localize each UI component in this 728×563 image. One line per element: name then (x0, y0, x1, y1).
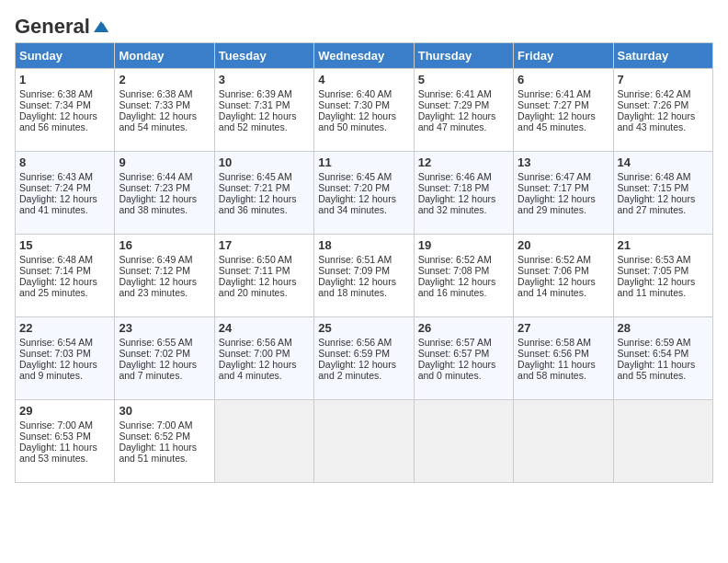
day-info: Sunset: 7:05 PM (618, 265, 709, 276)
day-number: 29 (19, 404, 110, 418)
day-info: Sunset: 7:15 PM (618, 182, 709, 193)
day-info: Sunset: 7:33 PM (119, 99, 210, 110)
day-info: Daylight: 12 hours and 50 minutes. (318, 110, 409, 132)
day-info: Sunrise: 6:57 AM (418, 337, 509, 348)
header: General (15, 15, 713, 35)
day-info: Daylight: 12 hours and 2 minutes. (318, 359, 409, 381)
col-header-monday: Monday (115, 43, 214, 69)
col-header-thursday: Thursday (414, 43, 513, 69)
day-info: Daylight: 12 hours and 11 minutes. (618, 276, 709, 298)
day-number: 19 (418, 238, 509, 252)
day-info: Daylight: 12 hours and 7 minutes. (119, 359, 210, 381)
day-info: Daylight: 12 hours and 16 minutes. (418, 276, 509, 298)
day-number: 14 (618, 155, 709, 169)
day-info: Sunrise: 6:58 AM (518, 337, 609, 348)
calendar-cell (414, 400, 513, 483)
day-info: Daylight: 12 hours and 32 minutes. (418, 193, 509, 215)
calendar-cell (613, 400, 712, 483)
calendar-cell: 15Sunrise: 6:48 AMSunset: 7:14 PMDayligh… (16, 235, 115, 317)
day-info: Sunset: 7:08 PM (418, 265, 509, 276)
day-number: 8 (19, 155, 110, 169)
day-info: Sunrise: 6:55 AM (119, 337, 210, 348)
calendar-cell: 16Sunrise: 6:49 AMSunset: 7:12 PMDayligh… (115, 235, 214, 317)
day-number: 5 (418, 73, 509, 86)
day-info: Daylight: 12 hours and 0 minutes. (418, 359, 509, 381)
day-number: 15 (19, 238, 110, 252)
calendar-cell: 5Sunrise: 6:41 AMSunset: 7:29 PMDaylight… (414, 69, 513, 152)
day-info: Sunrise: 6:48 AM (19, 254, 110, 265)
logo-icon (92, 17, 110, 36)
day-number: 27 (518, 321, 609, 335)
day-number: 7 (618, 73, 709, 86)
day-info: Sunrise: 6:41 AM (418, 88, 509, 99)
week-row-2: 8Sunrise: 6:43 AMSunset: 7:24 PMDaylight… (16, 152, 713, 235)
calendar-cell: 26Sunrise: 6:57 AMSunset: 6:57 PMDayligh… (414, 317, 513, 400)
day-info: Daylight: 12 hours and 38 minutes. (119, 193, 210, 215)
day-number: 1 (19, 73, 110, 86)
day-number: 18 (318, 238, 409, 252)
day-number: 28 (618, 321, 709, 335)
day-number: 12 (418, 155, 509, 169)
day-info: Sunrise: 6:50 AM (219, 254, 310, 265)
day-info: Daylight: 12 hours and 25 minutes. (19, 276, 110, 298)
calendar-cell: 21Sunrise: 6:53 AMSunset: 7:05 PMDayligh… (613, 235, 712, 317)
day-number: 11 (318, 155, 409, 169)
day-number: 30 (119, 404, 210, 418)
day-info: Sunset: 7:23 PM (119, 182, 210, 193)
day-info: Sunrise: 6:47 AM (518, 171, 609, 182)
day-info: Daylight: 12 hours and 4 minutes. (219, 359, 310, 381)
day-info: Sunrise: 6:48 AM (618, 171, 709, 182)
day-info: Daylight: 12 hours and 27 minutes. (618, 193, 709, 215)
calendar-cell: 27Sunrise: 6:58 AMSunset: 6:56 PMDayligh… (514, 317, 613, 400)
week-row-4: 22Sunrise: 6:54 AMSunset: 7:03 PMDayligh… (16, 317, 713, 400)
logo: General (15, 15, 110, 35)
calendar-cell: 19Sunrise: 6:52 AMSunset: 7:08 PMDayligh… (414, 235, 513, 317)
day-info: Sunset: 6:52 PM (119, 431, 210, 442)
day-number: 17 (219, 238, 310, 252)
col-header-friday: Friday (514, 43, 613, 69)
day-info: Daylight: 12 hours and 14 minutes. (518, 276, 609, 298)
day-number: 23 (119, 321, 210, 335)
day-number: 10 (219, 155, 310, 169)
day-number: 20 (518, 238, 609, 252)
day-number: 25 (318, 321, 409, 335)
day-number: 3 (219, 73, 310, 86)
day-info: Sunset: 7:34 PM (19, 99, 110, 110)
day-info: Sunrise: 6:54 AM (19, 337, 110, 348)
day-info: Daylight: 12 hours and 34 minutes. (318, 193, 409, 215)
day-info: Sunset: 6:59 PM (318, 348, 409, 359)
day-info: Sunset: 6:54 PM (618, 348, 709, 359)
day-info: Sunset: 7:29 PM (418, 99, 509, 110)
day-info: Sunrise: 6:39 AM (219, 88, 310, 99)
calendar-cell: 7Sunrise: 6:42 AMSunset: 7:26 PMDaylight… (613, 69, 712, 152)
day-number: 16 (119, 238, 210, 252)
calendar-cell: 4Sunrise: 6:40 AMSunset: 7:30 PMDaylight… (314, 69, 414, 152)
day-info: Daylight: 11 hours and 55 minutes. (618, 359, 709, 381)
calendar-cell: 20Sunrise: 6:52 AMSunset: 7:06 PMDayligh… (514, 235, 613, 317)
day-info: Daylight: 12 hours and 36 minutes. (219, 193, 310, 215)
day-info: Sunrise: 6:59 AM (618, 337, 709, 348)
day-info: Sunset: 7:11 PM (219, 265, 310, 276)
day-info: Sunrise: 6:45 AM (318, 171, 409, 182)
day-info: Sunrise: 6:43 AM (19, 171, 110, 182)
week-row-1: 1Sunrise: 6:38 AMSunset: 7:34 PMDaylight… (16, 69, 713, 152)
day-info: Sunset: 7:18 PM (418, 182, 509, 193)
day-info: Sunset: 7:24 PM (19, 182, 110, 193)
day-number: 21 (618, 238, 709, 252)
day-info: Sunset: 7:17 PM (518, 182, 609, 193)
week-row-3: 15Sunrise: 6:48 AMSunset: 7:14 PMDayligh… (16, 235, 713, 317)
day-info: Sunset: 7:21 PM (219, 182, 310, 193)
day-info: Sunset: 7:27 PM (518, 99, 609, 110)
day-info: Sunrise: 7:00 AM (19, 419, 110, 431)
day-info: Sunrise: 6:52 AM (518, 254, 609, 265)
day-info: Daylight: 12 hours and 20 minutes. (219, 276, 310, 298)
day-info: Sunrise: 6:56 AM (318, 337, 409, 348)
calendar-cell: 11Sunrise: 6:45 AMSunset: 7:20 PMDayligh… (314, 152, 414, 235)
day-info: Daylight: 11 hours and 58 minutes. (518, 359, 609, 381)
day-info: Sunrise: 6:51 AM (318, 254, 409, 265)
day-number: 4 (318, 73, 409, 86)
day-info: Sunrise: 6:44 AM (119, 171, 210, 182)
week-row-5: 29Sunrise: 7:00 AMSunset: 6:53 PMDayligh… (16, 400, 713, 483)
day-number: 2 (119, 73, 210, 86)
day-info: Sunrise: 6:53 AM (618, 254, 709, 265)
